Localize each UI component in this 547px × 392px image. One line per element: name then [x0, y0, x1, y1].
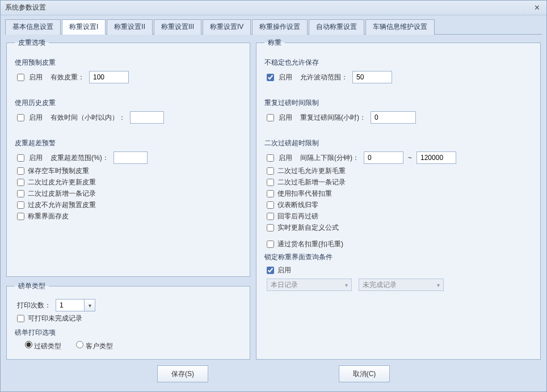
tare-exceed-forbid-checkbox[interactable]	[17, 201, 24, 209]
repeat-enable-checkbox[interactable]	[267, 114, 274, 121]
save-tare-on-ui-checkbox[interactable]	[17, 213, 24, 220]
radio-customer-type[interactable]: 客户类型	[76, 341, 112, 351]
preset-tare-enable-label: 启用	[29, 73, 43, 82]
print-count-input[interactable]	[56, 299, 84, 311]
tare-warning-title: 皮重超差预警	[15, 138, 242, 148]
history-tare-field-label: 有效时间（小时以内）：	[51, 113, 125, 123]
preset-tare-value-input[interactable]	[89, 71, 129, 83]
second-tare-update-checkbox[interactable]	[17, 179, 24, 186]
window-title: 系统参数设置	[5, 3, 532, 12]
deduction-rate-checkbox[interactable]	[267, 190, 274, 197]
tab-weighing-1[interactable]: 称重设置I	[62, 19, 106, 35]
unstable-range-label: 允许波动范围：	[300, 73, 348, 82]
second-tare-newrecord-checkbox[interactable]	[17, 190, 24, 197]
save-button[interactable]: 保存(S)	[157, 365, 208, 382]
history-tare-enable-checkbox[interactable]	[17, 114, 24, 121]
tare-warning-range-label: 皮重超差范围(%)：	[51, 153, 109, 163]
tare-warning-enable-checkbox[interactable]	[17, 154, 24, 162]
group-ticket-legend: 磅单类型	[15, 281, 49, 291]
second-gross-update-checkbox[interactable]	[267, 167, 274, 175]
content-area: 皮重选项 使用预制皮重 启用 有效皮重： 使用历史皮重 启用 有效时间（小时以内…	[1, 35, 546, 391]
print-options-title: 磅单打印选项	[15, 328, 242, 338]
close-icon[interactable]: ✕	[532, 3, 542, 12]
preset-tare-title: 使用预制皮重	[15, 58, 242, 68]
second-gross-newrecord-checkbox[interactable]	[267, 179, 274, 186]
group-ticket-type: 磅单类型 打印次数： ▾ 可打印未完成记录 磅单打印选项 过磅类型 客户类型	[6, 281, 250, 360]
titlebar: 系统参数设置 ✕	[1, 1, 546, 15]
tab-weighing-ops[interactable]: 称重操作设置	[252, 19, 308, 35]
unstable-enable-label: 启用	[279, 73, 292, 82]
overtime-enable-label: 启用	[279, 153, 292, 163]
zero-before-weigh-checkbox[interactable]	[267, 213, 274, 220]
deduct-by-goods-checkbox[interactable]	[267, 241, 274, 248]
overtime-lo-input[interactable]	[364, 151, 403, 164]
print-count-label: 打印次数：	[17, 301, 51, 310]
unstable-range-input[interactable]	[352, 71, 392, 83]
tab-auto-weigh[interactable]: 自动称重设置	[309, 19, 364, 35]
group-weighing-legend: 称重	[264, 38, 285, 48]
preset-tare-field-label: 有效皮重：	[51, 73, 85, 82]
chevron-down-icon: ▾	[345, 282, 348, 288]
unstable-enable-checkbox[interactable]	[267, 74, 274, 81]
lock-query-enable-checkbox[interactable]	[267, 267, 274, 274]
print-count-combo[interactable]: ▾	[56, 299, 95, 311]
group-tare-legend: 皮重选项	[15, 38, 49, 48]
dialog-footer: 保存(S) 取消(C)	[6, 360, 541, 389]
repeat-interval-label: 重复过磅间隔(小时)：	[300, 113, 366, 123]
tare-warning-range-input[interactable]	[113, 151, 148, 164]
realtime-formula-checkbox[interactable]	[267, 224, 274, 231]
repeat-limit-title: 重复过磅时间限制	[264, 98, 532, 108]
history-tare-enable-label: 启用	[29, 113, 43, 123]
tare-warning-enable-label: 启用	[29, 153, 43, 163]
radio-weigh-type[interactable]: 过磅类型	[25, 341, 61, 351]
group-weighing: 称重 不稳定也允许保存 启用 允许波动范围： 重复过磅时间限制 启用 重复过磅间…	[256, 38, 541, 360]
repeat-enable-label: 启用	[279, 113, 292, 123]
overtime-range-label: 间隔上下限(分钟)：	[300, 153, 359, 163]
tab-vehicle-maintain[interactable]: 车辆信息维护设置	[365, 19, 435, 35]
overtime-title: 二次过磅超时限制	[264, 138, 532, 148]
preset-tare-enable-checkbox[interactable]	[17, 74, 24, 81]
chevron-down-icon[interactable]: ▾	[84, 299, 95, 311]
unstable-save-title: 不稳定也允许保存	[264, 58, 532, 68]
meter-disconnect-zero-checkbox[interactable]	[267, 201, 274, 209]
tab-basic-info[interactable]: 基本信息设置	[5, 19, 61, 35]
history-tare-value-input[interactable]	[130, 111, 164, 124]
tab-weighing-3[interactable]: 称重设置III	[154, 19, 201, 35]
save-empty-preset-tare-checkbox[interactable]	[17, 167, 24, 175]
lock-query-combo-1[interactable]: 本日记录 ▾	[267, 279, 352, 291]
tab-bar: 基本信息设置 称重设置I 称重设置II 称重设置III 称重设置IV 称重操作设…	[5, 19, 542, 35]
tab-weighing-4[interactable]: 称重设置IV	[203, 19, 251, 35]
repeat-interval-input[interactable]	[371, 111, 416, 124]
lock-query-title: 锁定称重界面查询条件	[264, 252, 532, 262]
group-tare-options: 皮重选项 使用预制皮重 启用 有效皮重： 使用历史皮重 启用 有效时间（小时以内…	[6, 38, 250, 277]
history-tare-title: 使用历史皮重	[15, 98, 242, 108]
lock-query-combo-2[interactable]: 未完成记录 ▾	[359, 279, 444, 291]
overtime-enable-checkbox[interactable]	[267, 154, 274, 162]
dialog-window: 系统参数设置 ✕ 基本信息设置 称重设置I 称重设置II 称重设置III 称重设…	[0, 0, 547, 392]
overtime-hi-input[interactable]	[416, 151, 456, 164]
print-unfinished-checkbox[interactable]	[17, 315, 24, 322]
tab-weighing-2[interactable]: 称重设置II	[107, 19, 153, 35]
chevron-down-icon: ▾	[437, 282, 440, 288]
cancel-button[interactable]: 取消(C)	[339, 365, 390, 382]
overtime-tilde: ~	[408, 154, 412, 162]
